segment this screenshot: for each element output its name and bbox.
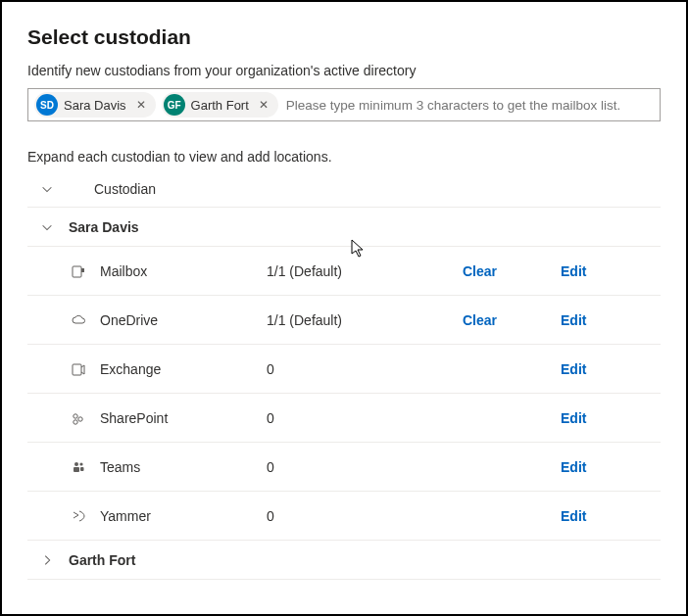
location-row: Teams0Edit: [27, 443, 661, 492]
location-name: Exchange: [100, 361, 267, 377]
location-count: 1/1 (Default): [267, 312, 463, 328]
chip-label: Sara Davis: [64, 98, 126, 113]
custodian-input[interactable]: [284, 97, 654, 114]
svg-rect-2: [73, 364, 81, 375]
remove-chip-icon[interactable]: ✕: [255, 98, 272, 112]
edit-link[interactable]: Edit: [561, 312, 586, 328]
location-name: Yammer: [100, 508, 267, 524]
location-row: OneDrive1/1 (Default)ClearEdit: [27, 296, 661, 345]
location-row: Yammer0Edit: [27, 492, 661, 541]
svg-point-4: [78, 416, 82, 420]
edit-link[interactable]: Edit: [561, 459, 586, 475]
location-name: OneDrive: [100, 312, 267, 328]
svg-rect-8: [74, 467, 79, 472]
location-count: 0: [267, 410, 463, 426]
custodian-name: Garth Fort: [69, 552, 135, 568]
page-subtitle: Identify new custodians from your organi…: [27, 63, 661, 78]
location-name: SharePoint: [100, 410, 267, 426]
svg-point-6: [74, 462, 78, 466]
svg-point-7: [79, 462, 82, 465]
custodian-row[interactable]: Sara Davis: [27, 208, 661, 247]
location-row: SharePoint0Edit: [27, 394, 661, 443]
edit-link[interactable]: Edit: [561, 410, 586, 426]
remove-chip-icon[interactable]: ✕: [132, 98, 150, 112]
clear-link[interactable]: Clear: [463, 263, 497, 279]
svg-rect-1: [81, 268, 84, 272]
mailbox-icon: [71, 263, 100, 279]
svg-point-5: [74, 419, 77, 423]
chevron-down-icon[interactable]: [27, 220, 67, 234]
edit-link[interactable]: Edit: [561, 361, 586, 377]
expand-hint: Expand each custodian to view and add lo…: [27, 149, 661, 165]
avatar: SD: [36, 94, 58, 116]
location-count: 1/1 (Default): [267, 263, 463, 279]
chip-label: Garth Fort: [191, 98, 249, 113]
edit-link[interactable]: Edit: [561, 263, 586, 279]
edit-link[interactable]: Edit: [561, 508, 586, 524]
custodian-picker[interactable]: SDSara Davis✕GFGarth Fort✕: [27, 88, 661, 121]
column-header-custodian: Custodian: [94, 181, 156, 197]
table-header: Custodian: [27, 170, 661, 208]
location-row: Mailbox1/1 (Default)ClearEdit: [27, 247, 661, 296]
svg-rect-0: [73, 266, 81, 277]
yammer-icon: [71, 508, 100, 524]
location-name: Mailbox: [100, 263, 267, 279]
clear-link[interactable]: Clear: [463, 312, 497, 328]
page-title: Select custodian: [27, 25, 661, 49]
location-count: 0: [267, 361, 463, 377]
custodian-chip[interactable]: SDSara Davis✕: [34, 92, 156, 118]
custodian-row[interactable]: Garth Fort: [27, 541, 661, 580]
teams-icon: [71, 459, 100, 475]
custodian-chip[interactable]: GFGarth Fort✕: [162, 92, 278, 118]
location-count: 0: [267, 508, 463, 524]
avatar: GF: [164, 94, 185, 116]
onedrive-icon: [71, 312, 100, 328]
location-name: Teams: [100, 459, 267, 475]
location-count: 0: [267, 459, 463, 475]
svg-point-3: [74, 413, 77, 417]
svg-rect-9: [80, 467, 84, 471]
expand-all-icon[interactable]: [27, 182, 67, 196]
custodian-name: Sara Davis: [69, 219, 139, 235]
sharepoint-icon: [71, 410, 100, 426]
location-row: Exchange0Edit: [27, 345, 661, 394]
exchange-icon: [71, 361, 100, 377]
chevron-right-icon[interactable]: [27, 553, 67, 567]
